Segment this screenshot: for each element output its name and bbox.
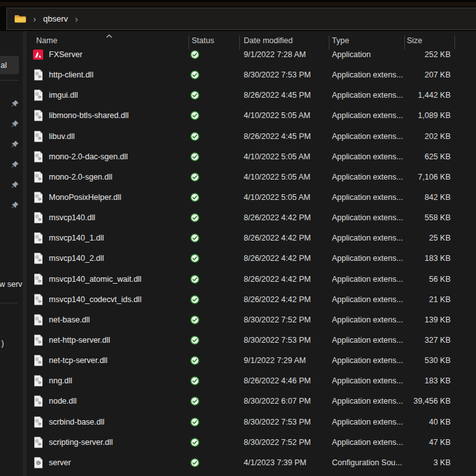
file-row[interactable]: http-client.dll 8/30/2022 7:53 PM Applic… xyxy=(0,65,476,85)
sync-status-synced-icon xyxy=(190,295,199,304)
file-name: http-client.dll xyxy=(49,70,93,79)
file-size: 21 KB xyxy=(380,295,451,304)
file-type-icon xyxy=(32,334,44,346)
file-size: 327 KB xyxy=(380,336,451,345)
sync-status-synced-icon xyxy=(190,152,199,161)
file-size: 530 KB xyxy=(380,356,451,365)
file-date: 8/30/2022 7:52 PM xyxy=(244,315,311,324)
file-date: 8/26/2022 4:46 PM xyxy=(244,376,311,385)
file-type-icon xyxy=(32,232,44,244)
file-row[interactable]: msvcp140_atomic_wait.dll 8/26/2022 4:42 … xyxy=(0,269,476,289)
sync-status-synced-icon xyxy=(190,356,199,365)
file-name: server xyxy=(49,458,71,467)
file-type-icon xyxy=(32,89,44,101)
window-top-strip xyxy=(0,0,476,6)
file-row[interactable]: net-tcp-server.dll 9/1/2022 7:29 AM Appl… xyxy=(0,350,476,371)
file-size: 252 KB xyxy=(380,50,451,59)
file-date: 4/10/2022 5:05 AM xyxy=(244,193,310,202)
sync-status-synced-icon xyxy=(190,132,199,141)
file-row[interactable]: scrbind-base.dll 8/30/2022 7:53 PM Appli… xyxy=(0,412,476,432)
file-row[interactable]: imgui.dll 8/26/2022 4:45 PM Application … xyxy=(0,85,476,105)
file-type-icon xyxy=(32,274,44,285)
file-date: 8/30/2022 7:53 PM xyxy=(244,70,311,79)
file-row[interactable]: net-http-server.dll 8/30/2022 7:53 PM Ap… xyxy=(0,330,476,350)
sync-status-synced-icon xyxy=(190,50,199,59)
file-size: 25 KB xyxy=(380,234,451,242)
breadcrumb-chevron-icon[interactable]: › xyxy=(68,14,85,23)
address-bar-row: › qbserv › xyxy=(0,6,476,31)
sync-status-synced-icon xyxy=(190,91,199,100)
sync-status-synced-icon xyxy=(190,315,199,324)
sync-status-synced-icon xyxy=(190,254,199,263)
sync-status-synced-icon xyxy=(190,275,199,284)
file-size: 47 KB xyxy=(380,438,451,447)
file-date: 8/30/2022 7:53 PM xyxy=(244,336,311,345)
file-size: 39,456 KB xyxy=(380,397,451,406)
file-date: 8/30/2022 7:53 PM xyxy=(244,418,311,426)
file-row[interactable]: msvcp140.dll 8/26/2022 4:42 PM Applicati… xyxy=(0,208,476,228)
folder-icon[interactable] xyxy=(14,14,26,23)
file-size: 842 KB xyxy=(380,193,451,202)
file-type-icon xyxy=(32,395,44,407)
breadcrumb-chevron-icon[interactable]: › xyxy=(26,14,43,23)
file-row[interactable]: libuv.dll 8/26/2022 4:45 PM Application … xyxy=(0,126,476,147)
file-size: 558 KB xyxy=(380,213,451,222)
file-row[interactable]: msvcp140_1.dll 8/26/2022 4:42 PM Applica… xyxy=(0,228,476,248)
file-row[interactable]: scripting-server.dll 8/30/2022 7:52 PM A… xyxy=(0,432,476,453)
sync-status-synced-icon xyxy=(190,213,199,222)
file-row[interactable]: MonoPosixHelper.dll 4/10/2022 5:05 AM Ap… xyxy=(0,187,476,208)
file-name: imgui.dll xyxy=(49,91,78,100)
file-row[interactable]: FXServer 9/1/2022 7:28 AM Application 25… xyxy=(0,44,476,65)
sync-status-synced-icon xyxy=(190,234,199,242)
file-name: mono-2.0-sgen.dll xyxy=(49,173,112,182)
file-date: 8/30/2022 7:52 PM xyxy=(244,438,311,447)
sync-status-synced-icon xyxy=(190,173,199,182)
file-name: FXServer xyxy=(49,50,83,59)
file-type-icon xyxy=(32,355,44,366)
file-name: scrbind-base.dll xyxy=(49,418,105,426)
file-row[interactable]: net-base.dll 8/30/2022 7:52 PM Applicati… xyxy=(0,310,476,330)
file-name: scripting-server.dll xyxy=(49,438,113,447)
sync-status-synced-icon xyxy=(190,418,199,426)
file-type-icon xyxy=(32,192,44,203)
file-row[interactable]: mono-2.0-dac-sgen.dll 4/10/2022 5:05 AM … xyxy=(0,147,476,167)
file-type-icon xyxy=(32,131,44,142)
file-size: 1,442 KB xyxy=(380,91,451,100)
file-row[interactable]: msvcp140_2.dll 8/26/2022 4:42 PM Applica… xyxy=(0,248,476,268)
file-type-icon xyxy=(32,457,44,468)
file-size: 202 KB xyxy=(380,132,451,141)
sort-ascending-icon[interactable] xyxy=(105,34,113,39)
sync-status-synced-icon xyxy=(190,193,199,202)
file-type-icon xyxy=(32,171,44,183)
sync-status-synced-icon xyxy=(190,336,199,345)
file-type-icon xyxy=(32,253,44,264)
file-date: 4/10/2022 5:05 AM xyxy=(244,173,310,182)
file-size: 3 KB xyxy=(380,458,451,467)
file-date: 9/1/2022 7:28 AM xyxy=(244,50,306,59)
file-name: msvcp140_codecvt_ids.dll xyxy=(49,295,142,304)
file-date: 8/26/2022 4:42 PM xyxy=(244,234,311,242)
file-row[interactable]: libmono-btls-shared.dll 4/10/2022 5:05 A… xyxy=(0,105,476,126)
sync-status-synced-icon xyxy=(190,397,199,406)
file-date: 8/26/2022 4:45 PM xyxy=(244,91,311,100)
file-date: 9/1/2022 7:29 AM xyxy=(244,356,306,365)
file-size: 207 KB xyxy=(380,70,451,79)
file-date: 4/10/2022 5:05 AM xyxy=(244,152,310,161)
file-row[interactable]: mono-2.0-sgen.dll 4/10/2022 5:05 AM Appl… xyxy=(0,167,476,187)
file-name: net-base.dll xyxy=(49,315,90,324)
breadcrumb-item-qbserv[interactable]: qbserv xyxy=(43,14,68,23)
file-date: 4/10/2022 5:05 AM xyxy=(244,111,310,120)
file-row[interactable]: node.dll 8/30/2022 6:07 PM Application e… xyxy=(0,391,476,411)
file-row[interactable]: msvcp140_codecvt_ids.dll 8/26/2022 4:42 … xyxy=(0,289,476,310)
address-bar[interactable]: › qbserv › xyxy=(6,8,476,30)
file-name: msvcp140.dll xyxy=(49,213,95,222)
file-type-icon xyxy=(32,416,44,428)
file-name: msvcp140_2.dll xyxy=(49,254,104,263)
file-size: 183 KB xyxy=(380,254,451,263)
sync-status-synced-icon xyxy=(190,70,199,79)
file-name: nng.dll xyxy=(49,376,72,385)
file-row[interactable]: server 4/1/2023 7:39 PM Configuration So… xyxy=(0,453,476,473)
file-row[interactable]: nng.dll 8/26/2022 4:46 PM Application ex… xyxy=(0,371,476,391)
explorer-content: al w serv ) Name xyxy=(0,31,476,476)
file-date: 8/26/2022 4:42 PM xyxy=(244,275,311,284)
